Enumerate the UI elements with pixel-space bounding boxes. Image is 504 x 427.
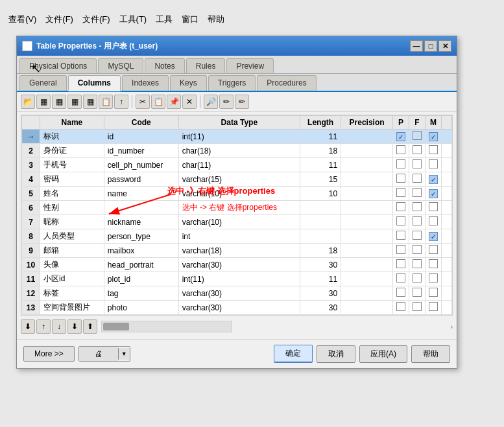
toolbar-btn-up[interactable]: ↑ <box>114 95 128 109</box>
toolbar-btn-grid1[interactable]: ▦ <box>36 95 51 109</box>
col-m-checkbox[interactable]: ✓ <box>426 130 442 144</box>
col-p-checkbox[interactable] <box>393 258 409 272</box>
col-p-checkbox[interactable] <box>393 286 409 301</box>
col-p-checkbox[interactable] <box>393 301 409 315</box>
tab-physical-options[interactable]: Physical Options <box>19 58 97 73</box>
tab-indexes[interactable]: Indexes <box>122 75 169 91</box>
confirm-button[interactable]: 确定 <box>274 345 313 363</box>
tab-rules[interactable]: Rules <box>186 58 226 73</box>
col-m-checkbox[interactable]: ✓ <box>426 187 442 201</box>
tab-general[interactable]: General <box>19 75 67 91</box>
toolbar-btn-edit2[interactable]: ✏ <box>235 95 249 109</box>
toolbar-btn-delete[interactable]: ✕ <box>182 95 197 109</box>
toolbar-btn-clip[interactable]: 📋 <box>99 95 113 109</box>
menu-window[interactable]: 窗口 <box>180 13 200 26</box>
apply-button[interactable]: 应用(A) <box>359 345 407 363</box>
help-button[interactable]: 帮助 <box>411 345 450 363</box>
col-f-checkbox[interactable] <box>409 144 426 158</box>
col-m-checkbox[interactable] <box>426 258 442 272</box>
nav-btn-add[interactable]: ⬇ <box>21 319 35 334</box>
close-button[interactable]: ✕ <box>438 40 451 52</box>
tab-notes[interactable]: Notes <box>145 58 184 73</box>
menu-tools1[interactable]: 工具(T) <box>117 13 149 26</box>
col-m-checkbox[interactable] <box>426 244 442 258</box>
col-f-checkbox[interactable] <box>409 229 426 244</box>
tab-keys[interactable]: Keys <box>170 75 207 91</box>
menu-help[interactable]: 帮助 <box>206 13 226 26</box>
table-row[interactable]: 8人员类型person_typeint✓ <box>22 229 452 244</box>
toolbar-btn-paste[interactable]: 📌 <box>167 95 181 109</box>
table-row[interactable]: 12标签tagvarchar(30)30 <box>22 286 452 301</box>
col-f-checkbox[interactable] <box>409 201 426 215</box>
col-p-checkbox[interactable] <box>393 229 409 244</box>
col-p-checkbox[interactable] <box>393 158 409 172</box>
col-f-checkbox[interactable] <box>409 258 426 272</box>
menu-view[interactable]: 查看(V) <box>6 13 38 26</box>
toolbar-btn-copy[interactable]: 📋 <box>151 95 165 109</box>
nav-btn-end[interactable]: ⬆ <box>83 319 97 334</box>
col-f-checkbox[interactable] <box>409 187 426 201</box>
col-p-checkbox[interactable] <box>393 272 409 286</box>
col-f-checkbox[interactable] <box>409 272 426 286</box>
tab-preview[interactable]: Preview <box>226 58 274 73</box>
col-m-checkbox[interactable]: ✓ <box>426 229 442 244</box>
col-p-checkbox[interactable] <box>393 144 409 158</box>
col-m-checkbox[interactable] <box>426 144 442 158</box>
menu-file1[interactable]: 文件(F) <box>43 13 75 26</box>
nav-btn-up[interactable]: ↑ <box>36 319 51 334</box>
tab-mysql[interactable]: MySQL <box>98 58 143 73</box>
toolbar-btn-grid2[interactable]: ▦ <box>52 95 66 109</box>
col-f-checkbox[interactable] <box>409 215 426 229</box>
toolbar-btn-grid4[interactable]: ▦ <box>83 95 97 109</box>
toolbar-btn-open[interactable]: 📂 <box>21 95 35 109</box>
menu-tools2[interactable]: 工具 <box>154 13 174 26</box>
col-p-checkbox[interactable] <box>393 172 409 187</box>
col-p-checkbox[interactable] <box>393 215 409 229</box>
tab-procedures[interactable]: Procedures <box>257 75 316 91</box>
minimize-button[interactable]: — <box>410 40 423 52</box>
col-m-checkbox[interactable] <box>426 286 442 301</box>
table-row[interactable]: →标识idint(11)11✓✓ <box>22 130 452 144</box>
table-row[interactable]: 13空间背景图片photovarchar(30)30 <box>22 301 452 315</box>
col-f-checkbox[interactable] <box>409 172 426 187</box>
restore-button[interactable]: □ <box>424 40 437 52</box>
table-row[interactable]: 5姓名namevarchar(10)10✓ <box>22 187 452 201</box>
table-row[interactable]: 9邮箱mailboxvarchar(18)18 <box>22 244 452 258</box>
toolbar-btn-cut[interactable]: ✂ <box>136 95 150 109</box>
menu-file2[interactable]: 文件(F) <box>80 13 112 26</box>
col-f-checkbox[interactable] <box>409 301 426 315</box>
table-row[interactable]: 11小区idplot_idint(11)11 <box>22 272 452 286</box>
table-row[interactable]: 4密码passwordvarchar(15)15✓ <box>22 172 452 187</box>
col-m-checkbox[interactable] <box>426 301 442 315</box>
col-f-checkbox[interactable] <box>409 158 426 172</box>
col-m-checkbox[interactable]: ✓ <box>426 172 442 187</box>
toolbar-btn-search[interactable]: 🔎 <box>204 95 218 109</box>
col-f-checkbox[interactable] <box>409 244 426 258</box>
more-button[interactable]: More >> <box>23 346 75 362</box>
table-row[interactable]: 7昵称nicknamevarchar(10) <box>22 215 452 229</box>
col-p-checkbox[interactable] <box>393 244 409 258</box>
col-p-checkbox[interactable]: ✓ <box>393 130 409 144</box>
table-row[interactable]: 6性别选中 -> 右键 选择properties <box>22 201 452 215</box>
scroll-track[interactable] <box>101 321 232 332</box>
col-m-checkbox[interactable] <box>426 215 442 229</box>
col-m-checkbox[interactable] <box>426 201 442 215</box>
table-row[interactable]: 2身份证id_numberchar(18)18 <box>22 144 452 158</box>
col-f-checkbox[interactable] <box>409 130 426 144</box>
col-p-checkbox[interactable] <box>393 201 409 215</box>
tab-columns[interactable]: Columns <box>68 75 121 91</box>
nav-btn-move-down[interactable]: ⬇ <box>67 319 82 334</box>
cancel-button[interactable]: 取消 <box>317 345 355 363</box>
col-p-checkbox[interactable] <box>393 187 409 201</box>
tab-triggers[interactable]: Triggers <box>208 75 256 91</box>
col-m-checkbox[interactable] <box>426 272 442 286</box>
toolbar-btn-edit1[interactable]: ✏ <box>219 95 234 109</box>
col-m-checkbox[interactable] <box>426 158 442 172</box>
print-dropdown-arrow[interactable]: ▼ <box>118 348 130 360</box>
table-row[interactable]: 10头像head_portraitvarchar(30)30 <box>22 258 452 272</box>
titlebar-controls[interactable]: — □ ✕ <box>410 40 451 52</box>
print-button[interactable]: 🖨 <box>79 347 118 361</box>
nav-btn-down[interactable]: ↓ <box>52 319 66 334</box>
col-f-checkbox[interactable] <box>409 286 426 301</box>
toolbar-btn-grid3[interactable]: ▦ <box>67 95 82 109</box>
